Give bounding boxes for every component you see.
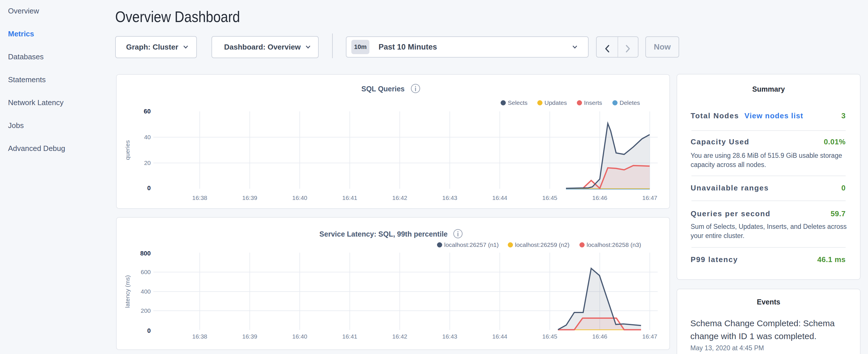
svg-text:16:45: 16:45 — [542, 194, 557, 201]
svg-text:16:40: 16:40 — [292, 333, 308, 340]
svg-text:16:44: 16:44 — [492, 194, 507, 201]
svg-text:latency (ms): latency (ms) — [124, 275, 131, 308]
svg-text:SQL Queries: SQL Queries — [361, 85, 405, 93]
svg-text:16:43: 16:43 — [442, 333, 457, 340]
svg-text:16:41: 16:41 — [342, 333, 358, 340]
svg-text:40: 40 — [144, 134, 151, 140]
svg-text:200: 200 — [141, 307, 151, 314]
svg-text:400: 400 — [141, 288, 151, 295]
svg-text:localhost:26259 (n2): localhost:26259 (n2) — [515, 242, 569, 248]
svg-text:16:39: 16:39 — [242, 194, 257, 201]
svg-text:20: 20 — [144, 160, 151, 166]
svg-text:16:38: 16:38 — [192, 333, 208, 340]
svg-text:16:44: 16:44 — [492, 333, 507, 340]
svg-text:Updates: Updates — [545, 99, 567, 106]
svg-text:16:47: 16:47 — [642, 333, 657, 340]
svg-text:Service Latency: SQL, 99th per: Service Latency: SQL, 99th percentile — [319, 230, 447, 238]
svg-text:16:46: 16:46 — [592, 194, 608, 201]
svg-text:16:42: 16:42 — [392, 194, 407, 201]
svg-text:16:38: 16:38 — [192, 194, 208, 201]
svg-text:800: 800 — [140, 250, 151, 257]
svg-text:16:40: 16:40 — [292, 194, 308, 201]
svg-text:60: 60 — [144, 108, 151, 115]
svg-text:16:47: 16:47 — [642, 194, 657, 201]
svg-text:16:46: 16:46 — [592, 333, 608, 340]
svg-text:16:43: 16:43 — [442, 194, 457, 201]
svg-text:16:42: 16:42 — [392, 333, 407, 340]
svg-text:16:45: 16:45 — [542, 333, 557, 340]
svg-text:600: 600 — [141, 269, 151, 275]
svg-text:16:39: 16:39 — [242, 333, 257, 340]
svg-text:16:41: 16:41 — [342, 194, 358, 201]
svg-text:localhost:26257 (n1): localhost:26257 (n1) — [444, 242, 499, 248]
svg-text:Deletes: Deletes — [620, 99, 640, 106]
svg-text:Selects: Selects — [508, 99, 528, 106]
svg-text:queries: queries — [124, 140, 131, 160]
svg-text:0: 0 — [147, 327, 151, 334]
svg-text:Inserts: Inserts — [584, 99, 602, 106]
svg-text:0: 0 — [147, 185, 151, 192]
svg-text:localhost:26258 (n3): localhost:26258 (n3) — [587, 242, 641, 248]
